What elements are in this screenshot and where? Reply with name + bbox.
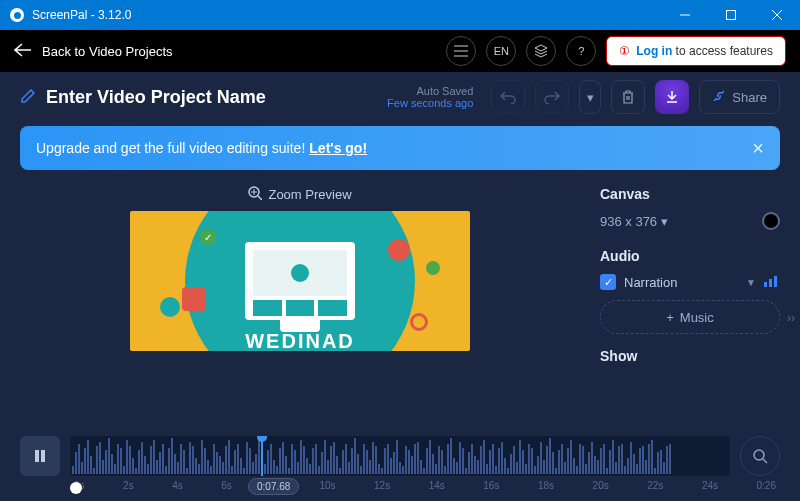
delete-button[interactable]: [611, 80, 645, 114]
svg-line-8: [258, 196, 262, 200]
add-music-button[interactable]: + Music ››: [600, 300, 780, 334]
project-header: Enter Video Project Name Auto Saved Few …: [0, 72, 800, 122]
tick-label: 24s: [702, 480, 718, 491]
window-titlebar: ScreenPal - 3.12.0: [0, 0, 800, 30]
menu-button[interactable]: [446, 36, 476, 66]
preview-caption: WEDINAD: [245, 330, 355, 351]
zoom-preview-button[interactable]: Zoom Preview: [248, 186, 351, 203]
tick-label: 22s: [647, 480, 663, 491]
svg-rect-11: [764, 282, 767, 287]
autosave-when: Few seconds ago: [387, 97, 473, 109]
share-button[interactable]: Share: [699, 80, 780, 114]
tick-label: 6s: [221, 480, 232, 491]
banner-text: Upgrade and get the full video editing s…: [36, 140, 305, 156]
canvas-color-swatch[interactable]: [762, 212, 780, 230]
redo-button[interactable]: [535, 80, 569, 114]
undo-button[interactable]: [491, 80, 525, 114]
login-suffix: to access features: [672, 44, 773, 58]
time-ruler[interactable]: 0s2s4s6s8s10s12s14s16s18s20s22s24s0:26 0…: [20, 480, 780, 491]
svg-rect-15: [41, 450, 45, 462]
export-button[interactable]: [655, 80, 689, 114]
music-label: Music: [680, 310, 714, 325]
tick-label: 10s: [319, 480, 335, 491]
narration-dropdown[interactable]: ▼: [746, 277, 756, 288]
upgrade-banner: Upgrade and get the full video editing s…: [20, 126, 780, 170]
video-preview[interactable]: ✓ WEDINAD: [130, 211, 470, 351]
banner-link[interactable]: Let's go!: [309, 140, 367, 156]
alert-icon: ①: [619, 44, 630, 58]
svg-line-17: [763, 459, 767, 463]
app-logo-icon: [10, 8, 24, 22]
help-button[interactable]: ?: [566, 36, 596, 66]
timeline: 0s2s4s6s8s10s12s14s16s18s20s22s24s0:26 0…: [0, 436, 800, 501]
timeline-search-button[interactable]: [740, 436, 780, 476]
autosave-status: Auto Saved Few seconds ago: [387, 85, 473, 109]
time-ticks: 0s2s4s6s8s10s12s14s16s18s20s22s24s0:26: [70, 480, 780, 491]
banner-close-icon[interactable]: ×: [752, 137, 764, 160]
tick-label: 18s: [538, 480, 554, 491]
waveform-track[interactable]: [70, 436, 730, 476]
playhead[interactable]: [261, 436, 263, 476]
plus-icon: +: [666, 310, 674, 325]
tick-label: 0:26: [757, 480, 776, 491]
zoom-scrubber[interactable]: [70, 482, 82, 494]
pause-button[interactable]: [20, 436, 60, 476]
login-button[interactable]: ① Log in to access features: [606, 36, 786, 66]
edit-icon[interactable]: [20, 88, 36, 107]
language-button[interactable]: EN: [486, 36, 516, 66]
top-navigation: Back to Video Projects EN ? ① Log in to …: [0, 30, 800, 72]
canvas-heading: Canvas: [600, 186, 780, 202]
chevron-right-icon[interactable]: ››: [787, 311, 795, 325]
svg-rect-1: [727, 11, 736, 20]
tick-label: 12s: [374, 480, 390, 491]
login-text: Log in: [636, 44, 672, 58]
narration-label: Narration: [624, 275, 738, 290]
tick-label: 4s: [172, 480, 183, 491]
project-name-input[interactable]: Enter Video Project Name: [46, 87, 266, 108]
window-minimize-button[interactable]: [662, 0, 708, 30]
tick-label: 16s: [483, 480, 499, 491]
window-close-button[interactable]: [754, 0, 800, 30]
show-heading: Show: [600, 348, 780, 364]
svg-rect-13: [774, 276, 777, 287]
audio-heading: Audio: [600, 248, 780, 264]
svg-point-16: [754, 450, 764, 460]
canvas-dimensions-dropdown[interactable]: 936 x 376 ▾: [600, 214, 668, 229]
autosave-label: Auto Saved: [387, 85, 473, 97]
window-maximize-button[interactable]: [708, 0, 754, 30]
tick-label: 14s: [429, 480, 445, 491]
link-icon: [712, 89, 726, 106]
zoom-preview-label: Zoom Preview: [268, 187, 351, 202]
current-time-badge: 0:07.68: [248, 478, 299, 495]
properties-panel: Canvas 936 x 376 ▾ Audio ✓ Narration ▼ +…: [600, 186, 780, 374]
tick-label: 2s: [123, 480, 134, 491]
window-title: ScreenPal - 3.12.0: [32, 8, 131, 22]
layers-button[interactable]: [526, 36, 556, 66]
volume-icon[interactable]: [764, 275, 780, 290]
share-label: Share: [732, 90, 767, 105]
back-link[interactable]: Back to Video Projects: [42, 44, 173, 59]
narration-checkbox[interactable]: ✓: [600, 274, 616, 290]
svg-rect-14: [35, 450, 39, 462]
chevron-down-icon: ▾: [661, 214, 668, 229]
zoom-icon: [248, 186, 262, 203]
history-dropdown[interactable]: ▾: [579, 80, 601, 114]
back-arrow-icon[interactable]: [14, 43, 32, 60]
tick-label: 20s: [593, 480, 609, 491]
svg-rect-12: [769, 279, 772, 287]
